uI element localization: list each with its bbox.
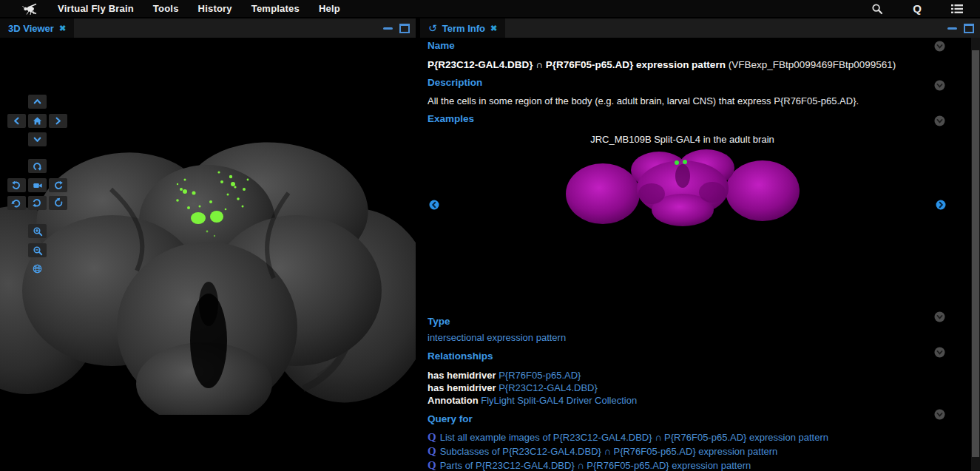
type-link[interactable]: intersectional expression pattern (428, 332, 566, 343)
relationship-link[interactable]: FlyLight Split-GAL4 Driver Collection (481, 395, 637, 406)
example-caption: JRC_MB109B Split-GAL4 in the adult brain (428, 134, 937, 145)
rotate-cw-button[interactable] (49, 178, 67, 192)
tab-3d-viewer[interactable]: 3D Viewer ✖ (0, 18, 74, 38)
relationship-row: Annotation FlyLight Split-GAL4 Driver Co… (428, 394, 937, 407)
query-list: Q List all example images of P{R23C12-GA… (428, 430, 937, 471)
roll-ccw-button[interactable] (7, 196, 26, 210)
menu-tools[interactable]: Tools (153, 3, 179, 14)
spin-button[interactable] (28, 196, 47, 210)
query-icon: Q (428, 430, 436, 444)
term-description: All the cells in some region of the body… (428, 95, 937, 106)
query-row[interactable]: Q Subclasses of P{R23C12-GAL4.DBD} ∩ P{R… (428, 444, 937, 458)
scrollbar-track (971, 38, 980, 471)
relationships-list: has hemidriver P{R76F05-p65.AD} has hemi… (428, 369, 937, 407)
query-for-section-header: Query for (428, 413, 937, 424)
pan-up-button[interactable] (28, 95, 47, 109)
home-view-button[interactable] (28, 114, 47, 128)
search-icon[interactable] (871, 2, 884, 16)
menu-templates[interactable]: Templates (251, 3, 300, 14)
term-info-content: Name P{R23C12-GAL4.DBD} ∩ P{R76F05-p65.A… (428, 38, 937, 471)
relationship-row: has hemidriver P{R23C12-GAL4.DBD} (428, 382, 937, 394)
pan-right-button[interactable] (49, 114, 67, 128)
query-icon[interactable]: Q (910, 2, 924, 16)
pan-left-button[interactable] (7, 114, 26, 128)
minimize-icon[interactable] (383, 27, 393, 30)
camera-view-button[interactable] (28, 178, 47, 192)
menu-bar: Virtual Fly Brain Tools History Template… (0, 0, 980, 17)
relationship-link[interactable]: P{R23C12-GAL4.DBD} (499, 382, 598, 393)
examples-section-header: Examples (428, 113, 937, 124)
carousel-prev-icon[interactable] (429, 200, 439, 213)
term-info-panel: ↺ Term Info ✖ Name P{R23C12-GAL4.DBD} ∩ … (420, 18, 980, 471)
collapse-relationships-chevron-icon[interactable] (934, 347, 945, 361)
term-info-window-controls (947, 18, 974, 38)
history-back-icon[interactable]: ↺ (428, 23, 437, 33)
brain-3d-render[interactable] (0, 119, 416, 415)
menu-history[interactable]: History (198, 3, 232, 14)
term-name-id: (VFBexp_FBtp0099469FBtp0099561) (729, 59, 896, 70)
viewer-3d-panel: 3D Viewer ✖ (0, 18, 416, 471)
collapse-name-chevron-icon[interactable] (934, 41, 945, 55)
zoom-in-button[interactable] (28, 224, 47, 238)
relationships-section-header: Relationships (428, 350, 937, 362)
relationship-row: has hemidriver P{R76F05-p65.AD} (428, 369, 937, 382)
fly-logo-icon[interactable] (21, 2, 38, 16)
query-icon: Q (428, 458, 436, 471)
term-name-label: P{R23C12-GAL4.DBD} ∩ P{R76F05-p65.AD} ex… (428, 59, 726, 70)
results-list-icon[interactable] (950, 2, 964, 16)
close-icon[interactable]: ✖ (59, 24, 66, 33)
viewer-3d-tabbar: 3D Viewer ✖ (0, 18, 416, 38)
menu-virtual-fly-brain[interactable]: Virtual Fly Brain (58, 3, 134, 14)
term-name: P{R23C12-GAL4.DBD} ∩ P{R76F05-p65.AD} ex… (428, 59, 937, 70)
collapse-type-chevron-icon[interactable] (934, 311, 945, 325)
maximize-icon[interactable] (964, 24, 974, 33)
description-section-header: Description (428, 77, 937, 88)
query-icon: Q (428, 444, 436, 458)
tab-term-info[interactable]: ↺ Term Info ✖ (420, 18, 505, 38)
globe-frame-button[interactable] (28, 262, 47, 276)
example-image-wrap (428, 148, 937, 228)
query-row[interactable]: Q List all example images of P{R23C12-GA… (428, 430, 937, 444)
tab-3d-viewer-label: 3D Viewer (8, 23, 54, 34)
rotate-ccw-button[interactable] (7, 178, 26, 192)
term-info-body: Name P{R23C12-GAL4.DBD} ∩ P{R76F05-p65.A… (420, 38, 980, 471)
roll-cw-button[interactable] (49, 196, 67, 210)
query-link[interactable]: List all example images of P{R23C12-GAL4… (440, 430, 828, 444)
viewer-window-controls (383, 18, 410, 38)
type-section-header: Type (428, 316, 937, 327)
relationship-link[interactable]: P{R76F05-p65.AD} (499, 370, 581, 381)
query-link[interactable]: Parts of P{R23C12-GAL4.DBD} ∩ P{R76F05-p… (440, 458, 751, 471)
query-link[interactable]: Subclasses of P{R23C12-GAL4.DBD} ∩ P{R76… (440, 444, 778, 458)
carousel-next-icon[interactable] (936, 200, 946, 213)
viewer-3d-canvas-area (0, 38, 416, 471)
close-icon[interactable]: ✖ (490, 24, 497, 33)
pan-down-button[interactable] (28, 132, 47, 146)
virtual-fly-brain-app: Virtual Fly Brain Tools History Template… (0, 0, 980, 471)
query-row[interactable]: Q Parts of P{R23C12-GAL4.DBD} ∩ P{R76F05… (428, 458, 937, 471)
menu-right-icons: Q (871, 2, 980, 16)
menu-help[interactable]: Help (319, 3, 340, 14)
minimize-icon[interactable] (947, 27, 957, 30)
maximize-icon[interactable] (399, 24, 410, 33)
term-info-tabbar: ↺ Term Info ✖ (420, 18, 980, 38)
name-section-header: Name (428, 40, 937, 51)
scrollbar-thumb[interactable] (972, 50, 979, 457)
tab-term-info-label: Term Info (442, 23, 485, 34)
collapse-description-chevron-icon[interactable] (934, 80, 945, 94)
zoom-out-button[interactable] (28, 243, 47, 257)
example-brain-image[interactable] (564, 148, 801, 228)
rotate-reset-button[interactable] (28, 159, 47, 173)
collapse-examples-chevron-icon[interactable] (934, 115, 945, 129)
collapse-query-for-chevron-icon[interactable] (934, 409, 945, 423)
